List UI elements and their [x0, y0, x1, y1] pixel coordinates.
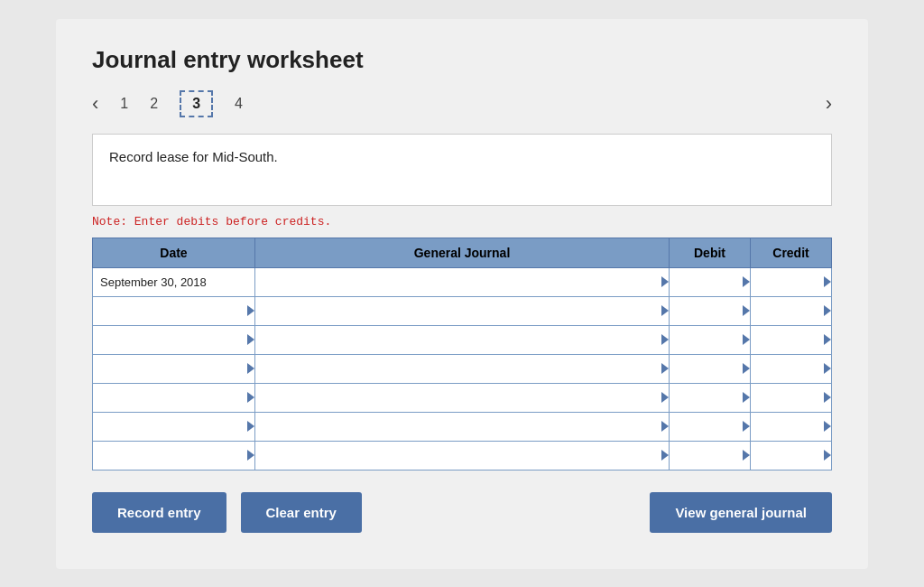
credit-arrow-6 — [824, 450, 831, 461]
table-row: September 30, 2018 — [93, 267, 832, 296]
journal-arrow-0 — [661, 276, 669, 287]
debit-arrow-4 — [743, 392, 750, 403]
date-cell-1[interactable] — [93, 296, 255, 325]
journal-arrow-6 — [661, 450, 669, 461]
credit-arrow-0 — [824, 276, 831, 287]
journal-cell-1[interactable] — [255, 296, 670, 325]
date-arrow-5 — [247, 421, 254, 432]
debit-arrow-1 — [743, 305, 750, 316]
prev-arrow[interactable]: ‹ — [92, 92, 98, 116]
debit-cell-4[interactable] — [670, 383, 751, 412]
journal-arrow-5 — [661, 421, 669, 432]
table-row — [93, 354, 832, 383]
credit-cell-1[interactable] — [751, 296, 832, 325]
col-header-journal: General Journal — [255, 238, 670, 267]
col-header-date: Date — [93, 238, 255, 267]
table-row — [93, 412, 832, 441]
journal-table: Date General Journal Debit Credit Septem… — [92, 238, 832, 471]
journal-arrow-4 — [661, 392, 669, 403]
date-cell-6[interactable] — [93, 441, 255, 470]
journal-cell-5[interactable] — [255, 412, 670, 441]
credit-cell-0[interactable] — [751, 267, 832, 296]
debit-cell-0[interactable] — [670, 267, 751, 296]
credit-cell-2[interactable] — [751, 325, 832, 354]
date-cell-0[interactable]: September 30, 2018 — [93, 267, 255, 296]
journal-arrow-2 — [661, 334, 669, 345]
credit-cell-5[interactable] — [751, 412, 832, 441]
journal-cell-6[interactable] — [255, 441, 670, 470]
debit-arrow-2 — [743, 334, 750, 345]
instruction-box: Record lease for Mid-South. — [92, 134, 832, 206]
table-row — [93, 296, 832, 325]
note-text: Note: Enter debits before credits. — [92, 215, 832, 228]
button-row: Record entry Clear entry View general jo… — [92, 492, 832, 533]
journal-arrow-1 — [661, 305, 669, 316]
credit-cell-3[interactable] — [751, 354, 832, 383]
tab-3[interactable]: 3 — [180, 90, 213, 117]
date-arrow-1 — [247, 305, 254, 316]
date-cell-3[interactable] — [93, 354, 255, 383]
table-row — [93, 325, 832, 354]
page-title: Journal entry worksheet — [92, 46, 832, 74]
record-entry-button[interactable]: Record entry — [92, 492, 226, 533]
credit-arrow-1 — [824, 305, 831, 316]
worksheet-container: Journal entry worksheet ‹ 1 2 3 4 › Reco… — [56, 19, 868, 569]
debit-cell-2[interactable] — [670, 325, 751, 354]
credit-arrow-3 — [824, 363, 831, 374]
date-cell-4[interactable] — [93, 383, 255, 412]
date-cell-2[interactable] — [93, 325, 255, 354]
debit-cell-6[interactable] — [670, 441, 751, 470]
col-header-debit: Debit — [670, 238, 751, 267]
journal-cell-2[interactable] — [255, 325, 670, 354]
credit-cell-6[interactable] — [751, 441, 832, 470]
credit-arrow-5 — [824, 421, 831, 432]
tab-4[interactable]: 4 — [235, 96, 243, 112]
table-row — [93, 383, 832, 412]
debit-arrow-6 — [743, 450, 750, 461]
journal-cell-3[interactable] — [255, 354, 670, 383]
debit-arrow-3 — [743, 363, 750, 374]
instruction-text: Record lease for Mid-South. — [109, 149, 278, 164]
journal-cell-0[interactable] — [255, 267, 670, 296]
tab-1[interactable]: 1 — [120, 96, 128, 112]
date-arrow-4 — [247, 392, 254, 403]
date-arrow-2 — [247, 334, 254, 345]
debit-cell-5[interactable] — [670, 412, 751, 441]
table-row — [93, 441, 832, 470]
date-arrow-3 — [247, 363, 254, 374]
journal-arrow-3 — [661, 363, 669, 374]
debit-arrow-0 — [743, 276, 750, 287]
date-arrow-6 — [247, 450, 254, 461]
debit-arrow-5 — [743, 421, 750, 432]
debit-cell-3[interactable] — [670, 354, 751, 383]
credit-cell-4[interactable] — [751, 383, 832, 412]
debit-cell-1[interactable] — [670, 296, 751, 325]
clear-entry-button[interactable]: Clear entry — [241, 492, 362, 533]
journal-cell-4[interactable] — [255, 383, 670, 412]
credit-arrow-2 — [824, 334, 831, 345]
next-arrow[interactable]: › — [826, 92, 832, 116]
view-general-journal-button[interactable]: View general journal — [650, 492, 832, 533]
date-cell-5[interactable] — [93, 412, 255, 441]
credit-arrow-4 — [824, 392, 831, 403]
col-header-credit: Credit — [751, 238, 832, 267]
tab-2[interactable]: 2 — [150, 96, 158, 112]
nav-row: ‹ 1 2 3 4 › — [92, 90, 832, 117]
